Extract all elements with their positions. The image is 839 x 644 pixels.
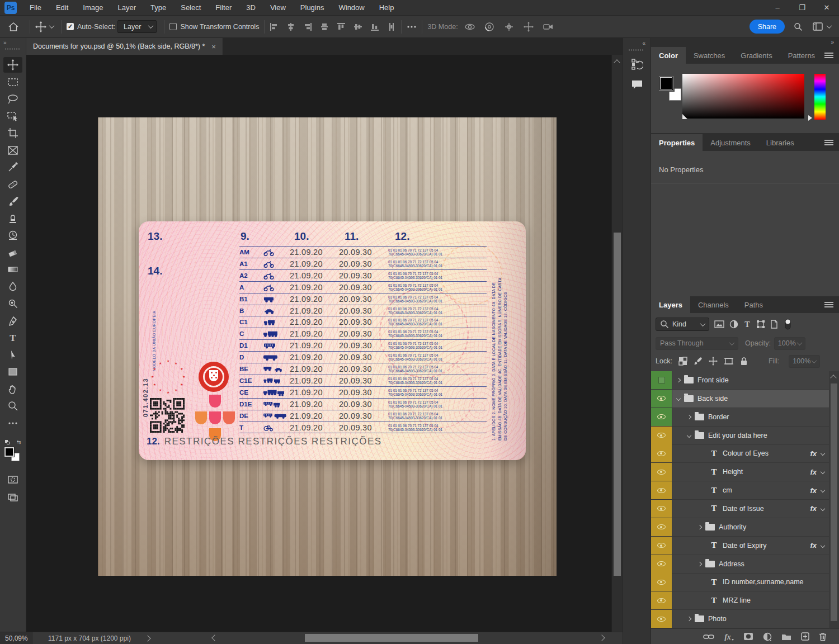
tool-gradient[interactable] (3, 262, 22, 277)
layer-filter-kind-dropdown[interactable]: Kind (656, 318, 709, 331)
expand-effects-icon[interactable] (821, 488, 825, 493)
tab-libraries[interactable]: Libraries (758, 134, 802, 151)
hue-slider-marker[interactable] (808, 115, 812, 121)
foreground-color-swatch[interactable] (659, 76, 673, 91)
foreground-color-swatch[interactable] (4, 447, 14, 457)
layer-row-authority[interactable]: Authority (651, 518, 829, 537)
layer-row-main[interactable]: TDate of Expiryfx (672, 537, 829, 555)
chevron-down-icon[interactable] (827, 23, 832, 29)
expand-effects-icon[interactable] (821, 543, 825, 547)
layer-row-main[interactable]: Edit your data here (672, 427, 829, 444)
lock-artboard-icon[interactable] (724, 357, 734, 366)
layer-row-front-side[interactable]: Front side (651, 371, 829, 390)
layer-mask-icon[interactable] (743, 632, 753, 641)
visibility-eye-icon[interactable] (657, 433, 666, 438)
layer-row-border[interactable]: Border (651, 408, 829, 427)
pan-3d-icon[interactable] (503, 22, 515, 32)
tool-hand[interactable] (3, 381, 22, 397)
layer-effects-fx-badge[interactable]: fx (810, 468, 817, 476)
collapse-dock-icon[interactable]: « (642, 40, 646, 46)
align-bottom-icon[interactable] (370, 22, 379, 31)
document-tab[interactable]: Documents for you.psd @ 50,1% (Back side… (26, 38, 223, 55)
show-transform-checkbox[interactable] (169, 23, 177, 30)
horizontal-scrollbar-thumb[interactable] (305, 634, 478, 642)
collapse-toolbar-icon[interactable]: » (3, 40, 7, 46)
camera-3d-icon[interactable] (542, 22, 554, 32)
tool-frame[interactable] (3, 143, 22, 158)
distribute-v-icon[interactable] (387, 22, 396, 31)
vertical-scrollbar[interactable] (611, 55, 623, 632)
layer-row-photo[interactable]: Photo (651, 610, 829, 628)
panel-menu-icon[interactable] (824, 53, 833, 58)
search-icon[interactable] (794, 22, 803, 31)
comments-panel-icon[interactable] (628, 76, 647, 93)
layer-row-id-number-surname-name[interactable]: TID number,surname,name (651, 573, 829, 591)
layer-effects-fx-badge[interactable]: fx (810, 449, 817, 458)
new-group-icon[interactable] (781, 633, 791, 641)
layer-row-main[interactable]: Authority (672, 518, 829, 536)
zoom-level-field[interactable]: 50,09% (0, 632, 32, 644)
history-panel-icon[interactable] (628, 56, 647, 73)
tool-lasso[interactable] (3, 91, 22, 107)
blend-mode-dropdown[interactable]: Pass Through (656, 337, 738, 350)
layer-row-main[interactable]: Tcmfx (672, 481, 829, 499)
tool-zoom[interactable] (3, 398, 22, 414)
slide-3d-icon[interactable] (522, 22, 535, 32)
layer-row-main[interactable]: Front side (672, 371, 829, 389)
tab-patterns[interactable]: Patterns (780, 47, 823, 64)
shape-layer-filter-icon[interactable] (756, 320, 765, 329)
toolbar-grip[interactable] (5, 48, 21, 50)
tool-clone-stamp[interactable] (3, 211, 22, 226)
adjustment-layer-icon[interactable] (763, 632, 772, 641)
roll-3d-icon[interactable] (483, 22, 496, 32)
expand-effects-icon[interactable] (821, 470, 825, 474)
menu-select[interactable]: Select (173, 0, 208, 16)
tab-gradients[interactable]: Gradients (733, 47, 780, 64)
screen-mode-button[interactable] (3, 490, 22, 505)
layer-row-mrz-line[interactable]: TMRZ line (651, 591, 829, 610)
minimize-icon[interactable]: – (765, 0, 790, 15)
layer-effects-fx-badge[interactable]: fx (810, 504, 817, 513)
lock-transparency-icon[interactable] (678, 357, 687, 366)
swap-colors-icon[interactable]: ⇆ (17, 439, 21, 445)
layer-row-main[interactable]: Back side (672, 390, 829, 408)
visibility-eye-icon[interactable] (657, 543, 666, 548)
layer-row-colour-of-eyes[interactable]: TColour of Eyesfx (651, 444, 829, 463)
pixel-layer-filter-icon[interactable] (714, 320, 724, 328)
smart-object-filter-icon[interactable] (770, 320, 778, 329)
canvas-viewport[interactable]: 13. 14. 9. 10. 11. 12. MODELO DA UNIÃO E… (26, 55, 623, 632)
tool-crop[interactable] (3, 125, 22, 141)
align-center-v-icon[interactable] (353, 22, 362, 31)
layer-row-date-of-issue[interactable]: TDate of Issuefx (651, 500, 829, 518)
menu-window[interactable]: Window (331, 0, 371, 16)
delete-layer-icon[interactable] (819, 632, 827, 641)
tool-rectangle[interactable] (3, 364, 22, 380)
tool-history-brush[interactable] (3, 228, 22, 243)
orbit-3d-icon[interactable] (464, 22, 476, 32)
tab-channels[interactable]: Channels (690, 296, 737, 313)
close-tab-icon[interactable]: × (211, 42, 216, 51)
layer-row-back-side[interactable]: Back side (651, 390, 829, 408)
filter-toggle-switch[interactable] (783, 318, 792, 330)
share-button[interactable]: Share (750, 20, 785, 34)
auto-select-target-dropdown[interactable]: Layer (117, 20, 157, 33)
expand-group-icon[interactable] (687, 617, 691, 621)
expand-group-icon[interactable] (676, 378, 681, 382)
tool-dodge[interactable] (3, 296, 22, 311)
layer-row-main[interactable]: TColour of Eyesfx (672, 444, 829, 462)
type-layer-filter-icon[interactable]: T (743, 320, 751, 328)
opacity-field[interactable]: 100% (774, 337, 805, 350)
tool-pen[interactable] (3, 313, 22, 329)
tool-eyedropper[interactable] (3, 159, 22, 175)
layer-row-main[interactable]: TDate of Issuefx (672, 500, 829, 518)
layer-row-main[interactable]: Address (672, 555, 829, 573)
tab-swatches[interactable]: Swatches (686, 47, 733, 64)
lock-position-icon[interactable] (709, 357, 718, 366)
expand-panels-icon[interactable]: » (831, 39, 835, 45)
hue-slider[interactable] (814, 74, 826, 120)
visibility-eye-icon[interactable] (657, 506, 666, 511)
collapse-group-icon[interactable] (687, 433, 691, 437)
more-options-icon[interactable] (407, 25, 417, 29)
auto-select-checkbox[interactable]: ✓ (67, 23, 74, 30)
align-edges-h-icon[interactable] (320, 22, 329, 31)
